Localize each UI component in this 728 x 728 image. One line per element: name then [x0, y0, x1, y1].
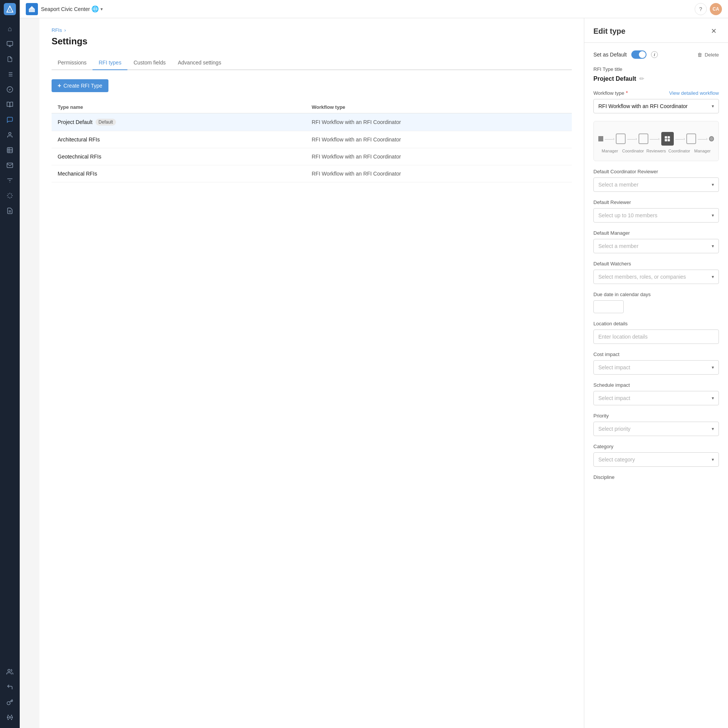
- category-label: Category: [593, 444, 719, 449]
- edit-title-icon[interactable]: ✏: [639, 75, 644, 82]
- breadcrumb-parent[interactable]: RFIs: [52, 27, 62, 33]
- filter-icon[interactable]: [3, 174, 17, 187]
- settings-icon[interactable]: [3, 711, 17, 724]
- table-icon[interactable]: [3, 143, 17, 157]
- default-watchers-label: Default Watchers: [593, 261, 719, 267]
- wf-label-reviewers: Reviewers: [645, 149, 668, 153]
- svg-point-10: [9, 132, 11, 135]
- return-icon[interactable]: [3, 680, 17, 694]
- default-manager-section: Default Manager Select a member ▾: [593, 230, 719, 253]
- type-name-text: Mechanical RFIs: [58, 171, 97, 177]
- location-details-label: Location details: [593, 321, 719, 326]
- app-logo: [4, 3, 16, 15]
- view-detailed-workflow-link[interactable]: View detailed workflow: [669, 90, 719, 96]
- mail-icon[interactable]: [3, 158, 17, 172]
- default-watchers-placeholder: Select members, roles, or companies: [598, 274, 686, 280]
- due-date-input[interactable]: [593, 300, 624, 313]
- tab-custom-fields[interactable]: Custom fields: [127, 56, 172, 70]
- delete-button[interactable]: 🗑 Delete: [697, 52, 719, 58]
- check-icon[interactable]: [3, 83, 17, 96]
- tabs-container: Permissions RFI types Custom fields Adva…: [52, 56, 572, 70]
- group-icon[interactable]: [3, 665, 17, 679]
- wf-label-manager-2: Manager: [691, 149, 714, 153]
- message-icon[interactable]: [3, 113, 17, 127]
- help-button[interactable]: ?: [695, 3, 707, 15]
- discipline-label: Discipline: [593, 474, 719, 480]
- home-icon[interactable]: ⌂: [3, 22, 17, 36]
- document-icon[interactable]: [3, 52, 17, 66]
- wf-coordinator-node-1: [639, 133, 648, 144]
- category-select[interactable]: Select category ▾: [593, 452, 719, 467]
- type-name-text: Project Default: [58, 119, 93, 125]
- tab-permissions[interactable]: Permissions: [52, 56, 93, 70]
- list-icon[interactable]: [3, 67, 17, 81]
- priority-chevron-icon: ▾: [712, 426, 714, 431]
- table-row[interactable]: Project Default Default RFI Workflow wit…: [52, 113, 572, 131]
- default-reviewer-label: Default Reviewer: [593, 199, 719, 205]
- set-as-default-toggle[interactable]: [631, 50, 646, 59]
- workflow-type-section: Workflow type * View detailed workflow R…: [593, 90, 719, 113]
- workflow-diagram: ——› ——› ——› ——›: [593, 121, 719, 161]
- schedule-impact-section: Schedule impact Select impact ▾: [593, 382, 719, 405]
- default-watchers-section: Default Watchers Select members, roles, …: [593, 261, 719, 284]
- set-as-default-label: Set as Default: [593, 52, 627, 58]
- sidebar: ⌂: [0, 0, 20, 728]
- default-reviewer-placeholder: Select up to 10 members: [598, 212, 657, 218]
- book-icon[interactable]: [3, 98, 17, 111]
- inbox-icon[interactable]: [3, 37, 17, 51]
- report-icon[interactable]: [3, 204, 17, 218]
- workflow-type-select[interactable]: RFI Workflow with an RFI Coordinator ▾: [593, 99, 719, 113]
- user-avatar[interactable]: CA: [710, 3, 722, 15]
- project-name[interactable]: Seaport Civic Center 🌐 ▾: [41, 5, 103, 13]
- schedule-impact-select[interactable]: Select impact ▾: [593, 391, 719, 405]
- table-row[interactable]: Architectural RFIs RFI Workflow with an …: [52, 131, 572, 148]
- person-icon[interactable]: [3, 128, 17, 142]
- priority-placeholder: Select priority: [598, 426, 631, 432]
- cost-impact-select[interactable]: Select impact ▾: [593, 360, 719, 375]
- schedule-impact-placeholder: Select impact: [598, 395, 630, 401]
- panel-header: Edit type ✕: [584, 18, 728, 43]
- workflow-type-text: RFI Workflow with an RFI Coordinator: [312, 136, 566, 143]
- key-icon[interactable]: [3, 695, 17, 709]
- wf-manager-node-1: [616, 133, 626, 144]
- info-icon[interactable]: i: [651, 51, 658, 58]
- workflow-type-select-value: RFI Workflow with an RFI Coordinator: [598, 103, 687, 109]
- schedule-impact-chevron-icon: ▾: [712, 395, 714, 401]
- default-manager-placeholder: Select a member: [598, 243, 639, 249]
- create-rfi-type-button[interactable]: + Create RFI Type: [52, 79, 108, 92]
- wf-coordinator-node-2: [686, 133, 696, 144]
- tab-advanced-settings[interactable]: Advanced settings: [172, 56, 227, 70]
- rfi-type-title-section: RFI Type title Project Default ✏: [593, 66, 719, 82]
- priority-section: Priority Select priority ▾: [593, 413, 719, 436]
- priority-select[interactable]: Select priority ▾: [593, 422, 719, 436]
- cost-impact-chevron-icon: ▾: [712, 365, 714, 370]
- reviewer-chevron-icon: ▾: [712, 213, 714, 218]
- required-indicator: *: [626, 90, 628, 96]
- globe-icon: 🌐: [91, 5, 99, 13]
- wf-labels: Manager Coordinator Reviewers Coordinato…: [598, 149, 714, 156]
- default-manager-select[interactable]: Select a member ▾: [593, 239, 719, 253]
- default-coordinator-reviewer-select[interactable]: Select a member ▾: [593, 177, 719, 192]
- rfi-type-title-label: RFI Type title: [593, 66, 719, 72]
- default-coordinator-reviewer-label: Default Coordinator Reviewer: [593, 169, 719, 174]
- svg-point-1: [9, 10, 11, 11]
- svg-point-20: [8, 669, 10, 672]
- default-coordinator-reviewer-section: Default Coordinator Reviewer Select a me…: [593, 169, 719, 192]
- tab-rfi-types[interactable]: RFI types: [93, 56, 127, 70]
- table-row[interactable]: Geotechnical RFIs RFI Workflow with an R…: [52, 148, 572, 165]
- panel-close-button[interactable]: ✕: [708, 26, 719, 36]
- wf-start-node: [598, 136, 603, 141]
- fan-icon[interactable]: [3, 189, 17, 202]
- manager-chevron-icon: ▾: [712, 243, 714, 249]
- default-reviewer-select[interactable]: Select up to 10 members ▾: [593, 208, 719, 223]
- location-details-input[interactable]: [593, 329, 719, 344]
- svg-rect-26: [665, 139, 667, 141]
- cost-impact-placeholder: Select impact: [598, 364, 630, 370]
- wf-label-coordinator-2: Coordinator: [668, 149, 691, 153]
- project-chevron-icon: ▾: [100, 6, 103, 12]
- table-row[interactable]: Mechanical RFIs RFI Workflow with an RFI…: [52, 165, 572, 182]
- default-watchers-select[interactable]: Select members, roles, or companies ▾: [593, 270, 719, 284]
- svg-rect-27: [668, 139, 670, 141]
- set-as-default-row: Set as Default i 🗑 Delete: [593, 50, 719, 59]
- wf-arrow-5: ——›: [698, 136, 708, 141]
